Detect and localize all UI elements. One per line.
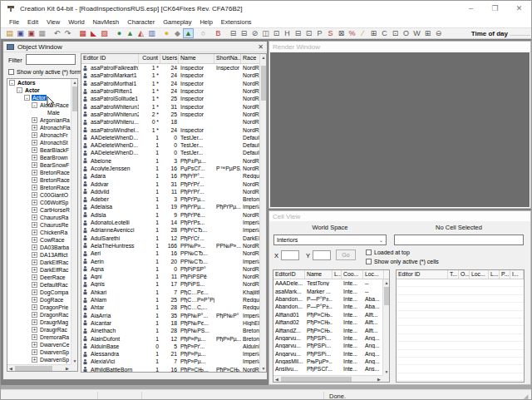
object-window-titlebar[interactable]: Object Window ✕ (3, 42, 267, 52)
tree-expander-icon[interactable]: + (32, 237, 37, 243)
tree-item[interactable]: + BretonRace (7, 184, 71, 191)
tree-item[interactable]: + DogRace (7, 296, 71, 304)
table-row[interactable]: AlduinBase 0 5 РђР»Рґ... AlduinR... (81, 343, 259, 350)
table-row[interactable]: Ahtar 1 28 РђС…С‚... Redgua... (81, 304, 259, 311)
table-row[interactable]: Agna 1 0 РђРіРЅР° NordRa... (81, 265, 259, 273)
scroll-left-icon[interactable]: ◀ (273, 376, 280, 383)
table-row[interactable]: AADeleteWhenD... 1 0 TestJer... Default.… (81, 134, 259, 141)
table-row[interactable]: Agni 1 11 РђРіРЅРё NordRa... (81, 273, 259, 280)
minimize-button[interactable]: – (459, 1, 483, 16)
table-vertical-scrollbar[interactable]: ▲ ▼ (259, 54, 266, 372)
scroll-right-icon[interactable]: ▶ (376, 376, 382, 383)
open-icon[interactable]: ▤ (4, 28, 15, 38)
cell-row[interactable]: Angarvu... РђРЅРі... Inte... Ang... (273, 350, 382, 358)
tree-item[interactable]: + DragonPrie (7, 304, 71, 311)
tree-expander-icon[interactable]: + (32, 222, 37, 228)
tree-item[interactable]: + DwarvenCe (7, 341, 71, 348)
go-button[interactable]: Go (336, 249, 356, 260)
object-windows-icon[interactable]: ⊟ (239, 28, 249, 38)
column-header-race[interactable]: Race (241, 54, 261, 63)
table-row[interactable]: Ainethach 1 28 РђР№РЅ... BretonR... (81, 327, 259, 334)
tree-expander-icon[interactable]: + (32, 289, 37, 295)
scroll-up-icon[interactable]: ▲ (260, 54, 267, 61)
table-row[interactable]: Ahlam 1 25 РђС…Р»Р°Рј Redgua... (81, 296, 259, 304)
tree-item[interactable]: + AtronachFla (7, 124, 71, 131)
table-row[interactable]: Aerin 1 20 Р­Р№СЂ... Imperial... (81, 257, 259, 264)
x-coordinate-input[interactable] (281, 250, 299, 260)
show-only-active-checkbox[interactable] (8, 69, 14, 75)
animations-icon[interactable]: ▥ (146, 28, 157, 38)
table-row[interactable]: Addvild 1 11 РђРґРґ... NordRa... (81, 188, 259, 195)
menu-item[interactable]: File (5, 18, 23, 26)
tree-expander-icon[interactable]: + (32, 200, 37, 205)
tree-expander-icon[interactable]: + (32, 185, 37, 190)
tree-item[interactable]: + DarkElfRac (7, 259, 71, 266)
portals-icon[interactable]: ⊡ (303, 28, 314, 38)
cell-row[interactable]: Alftand02 РђР»СЊ... Inte... Alft... (273, 319, 382, 326)
tree-expander-icon[interactable]: + (32, 207, 37, 213)
tree-expander-icon[interactable]: + (32, 170, 37, 175)
snap-to-grid-icon[interactable]: ▦ (77, 28, 88, 38)
cell-row[interactable]: Abandon... Р—Р°Р±... Inte... Aba... (273, 295, 382, 303)
tree-item[interactable]: + DogCompa (7, 289, 71, 296)
grass-icon[interactable]: ▲ (183, 28, 194, 38)
tree-item[interactable]: + ArgonianRa (7, 116, 71, 124)
table-row[interactable]: asaPatrolWhiterun1 1 * 31 Inspector Nord… (81, 102, 259, 110)
tree-expander-icon[interactable]: + (32, 274, 37, 280)
tree-expander-icon[interactable]: - (32, 102, 37, 108)
preview-window-icon[interactable]: P (314, 28, 325, 38)
tree-expander-icon[interactable]: + (32, 297, 37, 303)
tree-expander-icon[interactable]: + (32, 304, 37, 310)
tree-item[interactable]: + DA03Barba (7, 244, 71, 251)
cell-row[interactable]: Alftand01 РђР»СЊ... Inte... Alft... (273, 311, 382, 319)
table-row[interactable]: Aicantar 1 18 РђР№Рє... HighElf... (81, 319, 259, 327)
table-row[interactable]: AlainDufont 1 12 РђР»Рµ... РђР»Рµ... Bre… (81, 334, 259, 342)
tree-item[interactable]: + ChaurusRe (7, 221, 71, 229)
world-space-dropdown[interactable]: Interiors ⌄ (273, 235, 387, 245)
tree-item[interactable]: + ChaurusRa (7, 214, 71, 221)
tree-item[interactable]: + DraugrRac (7, 326, 71, 333)
tree-expander-icon[interactable]: + (32, 125, 37, 131)
window-tool-icon[interactable]: ⊡ (390, 28, 401, 38)
tree-item[interactable]: - Actor (7, 86, 71, 94)
column-header-users[interactable]: Users (160, 54, 179, 63)
tree-item[interactable]: + DraugrMag (7, 319, 71, 326)
tree-item[interactable]: Male (7, 109, 71, 116)
table-row[interactable]: asaPatrolRiften1 1 * 24 Inspector NordRa… (81, 87, 259, 95)
table-row[interactable]: AelaTheHuntress 1 166 Р­Р№Р»... Р­Р№Р»..… (81, 242, 259, 249)
tree-item[interactable]: + DwarvenSp (7, 348, 71, 356)
tree-item[interactable]: + DefaultRac (7, 281, 71, 289)
tree-expander-icon[interactable]: + (32, 192, 37, 198)
table-row[interactable]: AdrianneAvenicci 1 28 РђРґСЂ... Imperial… (81, 226, 259, 234)
table-row[interactable]: AADeleteWhenD... 1 0 TestJer... Default.… (81, 141, 259, 149)
tree-expander-icon[interactable]: + (32, 319, 37, 325)
tree-item[interactable]: - Actors (7, 79, 71, 86)
loaded-at-top-checkbox[interactable] (366, 249, 372, 255)
run-havok-icon[interactable]: ◭ (135, 28, 146, 38)
table-row[interactable]: asaPatrolMorthal1 1 * 24 Inspector NordR… (81, 80, 259, 87)
redo-icon[interactable]: ↷ (62, 28, 73, 38)
tree-item[interactable]: + DremoraRa (7, 333, 71, 341)
details-icon[interactable]: ▦ (37, 28, 47, 38)
cell-list-header[interactable]: EditorID Name L... Coo... Loc... (273, 270, 389, 279)
dialogue-icon[interactable]: ○ (198, 28, 209, 38)
table-row[interactable]: Ahkari 1 7 РђС…Рє... KhajiitR... (81, 289, 259, 296)
table-row[interactable]: Addvar 1 31 РђРґРґ... NordRa... (81, 180, 259, 187)
table-row[interactable]: asaPatrolFalkreath1 1 * 24 Inspector Ins… (81, 64, 259, 72)
doors-icon[interactable]: ⊟ (293, 28, 303, 38)
tree-expander-icon[interactable]: + (32, 357, 37, 363)
tree-expander-icon[interactable]: - (17, 87, 22, 93)
menu-item[interactable]: Help (195, 18, 216, 26)
cell-view-titlebar[interactable]: Cell View (269, 211, 530, 221)
table-row[interactable]: asaPatrolWhiterun2 2 * 25 Inspector Nord… (81, 111, 259, 118)
stop-icon[interactable]: ⊖ (433, 28, 444, 38)
cell-objects-header[interactable]: Editor ID T... O... Loc... L... P... I..… (397, 270, 524, 279)
tree-expander-icon[interactable]: + (32, 342, 37, 348)
cell-row[interactable]: Angarvu... РђРЅРі... Inte... Ang... (273, 334, 382, 342)
table-row[interactable]: Adelaisa 1 19 РђРґРµ... РђРґРµ... Imperi… (81, 203, 259, 210)
table-row[interactable]: AcolyteJenssen 1 16 РџРѕСЃ... Р™РµРЅ... … (81, 165, 259, 172)
cell-borders-icon[interactable]: C (379, 28, 390, 38)
show-only-active-cells-checkbox[interactable] (366, 259, 372, 264)
cell-row[interactable]: AngasMil... РњРµР»... Inte... Ang... (273, 358, 382, 365)
maximize-button[interactable]: ❐ (483, 1, 507, 16)
